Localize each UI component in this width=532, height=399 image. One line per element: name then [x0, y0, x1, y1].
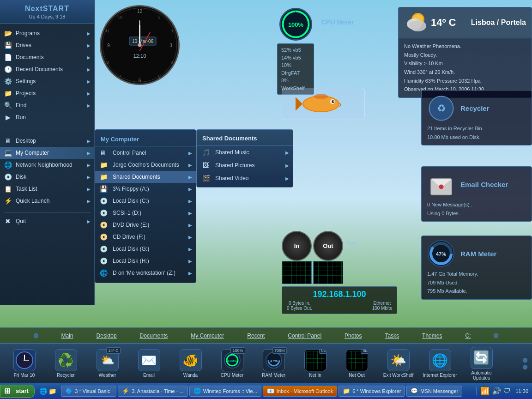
menu-item-desktop[interactable]: 🖥 Desktop ▶: [0, 135, 94, 147]
menu-item-find[interactable]: 🔍 Find ▶: [0, 99, 94, 111]
recycler-widget: ♻ Recycler 21 Items in Recycler Bin. 10.…: [421, 90, 532, 145]
mc-dvd[interactable]: 📀 DVD Drive (E:) ▶: [95, 219, 196, 231]
taskbar-anastacia[interactable]: ⚡ 3. Anastacia - Time - ...: [118, 386, 188, 397]
menu-item-settings[interactable]: ⚙️ Settings ▶: [0, 75, 94, 87]
ql-scroll-dot-2: [523, 365, 527, 369]
ql-recycler-icon: ♻️: [55, 349, 77, 371]
menu-item-recent[interactable]: 🕐 Recent Documents ▶: [0, 63, 94, 75]
taskbar-folder-icon[interactable]: 📁: [48, 387, 56, 395]
shared-video[interactable]: 🎬 Shared Video ▶: [197, 172, 293, 185]
ql-auto-update[interactable]: 🔄 Automatic Updates: [462, 345, 501, 383]
taskbar-visual-basic[interactable]: 🔷 3 * Visual Basic: [61, 386, 116, 397]
mc-shared-documents[interactable]: 📁 Shared Documents ▶: [95, 171, 196, 183]
ql-ram[interactable]: 47% 709M RAM Meter: [254, 347, 293, 380]
email-header: Email Checker: [427, 170, 526, 198]
net-ip: 192.168.1.100: [287, 290, 392, 299]
start-button[interactable]: ⊞ start: [0, 385, 35, 398]
svg-text:100%: 100%: [288, 21, 303, 28]
ql-email[interactable]: ✉️ Email: [129, 347, 169, 380]
nav-item-photos[interactable]: Photos: [345, 332, 362, 339]
menu-item-run[interactable]: ▶ Run: [0, 111, 94, 123]
taskbar-outlook[interactable]: 📧 Inbox - Microsoft Outlook: [263, 386, 337, 397]
mc-network-drive[interactable]: 🌐 D on 'Me workstation' (Z:) ▶: [95, 267, 196, 279]
find-icon: 🔍: [4, 101, 12, 109]
nav-item-themes[interactable]: Themes: [422, 332, 442, 339]
menu-item-programs[interactable]: 📂 Programs ▶: [0, 27, 94, 39]
ql-ie[interactable]: 🌐 Internet Explorer: [420, 347, 459, 380]
shared-music[interactable]: 🎵 Shared Music ▶: [197, 146, 293, 159]
ql-weather-label: Weather: [99, 373, 116, 378]
cpu-stats: 52% vb5 14% vb5 10% DfrgFAT 8% WorkShelf: [277, 43, 314, 95]
menu-item-quick-launch[interactable]: ⚡ Quick Launch ▶: [0, 195, 94, 207]
nav-item-recent[interactable]: Recent: [247, 332, 265, 339]
find-arrow: ▶: [87, 103, 91, 108]
mc-local-disk-g[interactable]: 💿 Local Disk (G:) ▶: [95, 243, 196, 255]
nav-item-main[interactable]: Main: [61, 332, 73, 339]
nav-item-c[interactable]: C:: [465, 332, 471, 339]
ql-cpu[interactable]: 100% 100% CPU Meter: [212, 347, 252, 380]
tray-volume-icon[interactable]: 🔊: [492, 387, 501, 395]
ql-weather[interactable]: ⛅ 14º C Weather: [88, 347, 127, 380]
ql-exit-workshelf[interactable]: 🌤️ Exit WorkShelf: [379, 347, 418, 380]
recycler-header: ♻ Recycler: [427, 94, 526, 122]
shared-documents-menu: Shared Documents 🎵 Shared Music ▶ 🖼 Shar…: [196, 129, 293, 187]
ql-recycler[interactable]: ♻️ Recycler: [46, 347, 85, 380]
menu-item-drives[interactable]: 💾 Drives ▶: [0, 39, 94, 51]
menu-item-disk[interactable]: 💿 Disk ▶: [0, 171, 94, 183]
svg-text:♻: ♻: [436, 103, 446, 114]
cpu-gauge: 100%: [278, 7, 313, 42]
main-menu: 📂 Programs ▶ 💾 Drives ▶ 📄 Documents ▶ 🕐 …: [0, 24, 94, 127]
task-list-label: Task List: [16, 186, 37, 192]
tray-network-icon[interactable]: 📶: [480, 387, 490, 395]
my-computer-icon: 💻: [4, 149, 12, 157]
shared-pictures[interactable]: 🖼 Shared Pictures ▶: [197, 159, 293, 172]
weather-body: No Weather Phenomena. Mostly Cloudy. Vis…: [398, 38, 532, 98]
tray-security-icon[interactable]: 🛡: [503, 387, 511, 395]
shared-video-icon: 🎬: [202, 175, 212, 182]
mc-floppy[interactable]: 💾 3½ Floppy (A:) ▶: [95, 183, 196, 195]
menu-item-documents[interactable]: 📄 Documents ▶: [0, 51, 94, 63]
taskbar-msn[interactable]: 💬 MSN Messenger: [406, 386, 462, 397]
nav-item-documents[interactable]: Documents: [140, 332, 168, 339]
menu-item-quit[interactable]: ✖ Quit ▶: [0, 215, 94, 227]
ql-cpu-label: CPU Meter: [221, 373, 243, 378]
net-details: 0 Bytes In. 0 Bytes Out. Ethernet 100 Mb…: [287, 301, 392, 311]
ql-net-in[interactable]: 0B Net In: [296, 347, 335, 380]
mc-cd[interactable]: 📀 CD Drive (F:) ▶: [95, 231, 196, 243]
ram-info-2: 709 Mb Used.: [427, 278, 526, 287]
svg-point-19: [138, 43, 142, 47]
mc-local-disk-h[interactable]: 💿 Local Disk (H:) ▶: [95, 255, 196, 267]
mc-local-disk-c[interactable]: 💿 Local Disk (C:) ▶: [95, 195, 196, 207]
svg-text:10: 10: [118, 15, 122, 19]
mc-jorge-documents[interactable]: 📁 Jorge Coelho's Documents ▶: [95, 159, 196, 171]
svg-point-39: [439, 184, 443, 189]
net-in-button[interactable]: In: [282, 231, 312, 261]
ql-wanda-label: Wanda: [183, 373, 198, 378]
nav-item-desktop[interactable]: Desktop: [97, 332, 117, 339]
net-type: Ethernet 100 Mbits: [372, 301, 392, 311]
menu-item-projects[interactable]: 📁 Projects ▶: [0, 87, 94, 99]
settings-arrow: ▶: [87, 79, 91, 84]
menu-item-network[interactable]: 🌐 Network Neighborhood ▶: [0, 159, 94, 171]
nav-item-control-panel[interactable]: Control Panel: [288, 332, 321, 339]
mc-scsi[interactable]: 💿 SCSI-1 (D:) ▶: [95, 207, 196, 219]
ql-wanda[interactable]: 🐠 Wanda: [171, 347, 210, 380]
svg-text:47%: 47%: [270, 359, 277, 363]
my-computer-label: My Computer: [16, 150, 49, 156]
taskbar-windows-explorer[interactable]: 📁 6 * Windows Explorer: [339, 386, 405, 397]
nav-item-my-computer[interactable]: My Computer: [191, 332, 224, 339]
net-out-button[interactable]: Out: [313, 231, 343, 261]
svg-point-33: [333, 101, 334, 102]
wanda-widget[interactable]: [282, 88, 365, 120]
menu-item-my-computer[interactable]: 💻 My Computer ▶: [0, 147, 94, 159]
ql-clock[interactable]: Fri Mar 10: [5, 347, 44, 380]
taskbar-ie-icon[interactable]: 🌐: [39, 387, 47, 395]
svg-text:3: 3: [169, 43, 172, 48]
taskbar-winstep[interactable]: 🌐 Winstep Forums :: Vie...: [189, 386, 261, 397]
mc-control-panel[interactable]: 🖥 Control Panel ▶: [95, 147, 196, 159]
menu-item-task-list[interactable]: 📋 Task List ▶: [0, 183, 94, 195]
ql-net-out[interactable]: 0B Net Out: [337, 347, 376, 380]
ql-exit-workshelf-icon: 🌤️: [387, 349, 410, 371]
msn-icon: 💬: [411, 387, 418, 394]
nav-item-tasks[interactable]: Tasks: [385, 332, 399, 339]
